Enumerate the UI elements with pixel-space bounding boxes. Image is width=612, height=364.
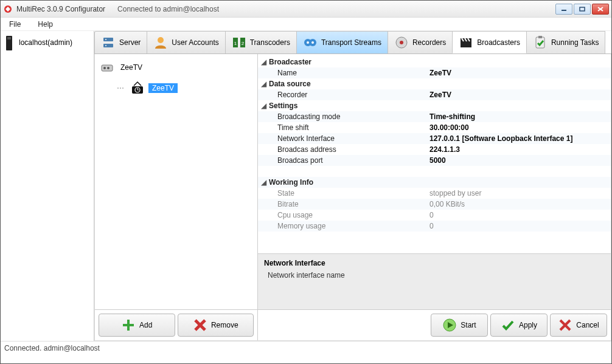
svg-rect-7 [103, 38, 113, 41]
property-grid[interactable]: ◢Broadcaster NameZeeTV ◢Data source Reco… [258, 54, 611, 253]
prop-name-val[interactable]: ZeeTV [426, 69, 611, 77]
tree-root[interactable]: ZeeTV [100, 59, 252, 76]
svg-rect-37 [123, 324, 134, 326]
remove-button[interactable]: Remove [178, 314, 254, 337]
prop-name-label: Name [269, 69, 426, 77]
apply-button[interactable]: Apply [490, 314, 548, 337]
tab-running-tasks[interactable]: Running Tasks [526, 31, 606, 53]
tree-root-label: ZeeTV [118, 63, 145, 72]
window-connection-text: Connected to admin@localhost [117, 5, 219, 13]
close-button[interactable] [592, 4, 609, 15]
tab-transcoders-label: Transcoders [250, 38, 290, 47]
start-button[interactable]: Start [431, 314, 488, 337]
check-icon [501, 318, 515, 332]
svg-rect-22 [461, 41, 471, 47]
tab-broadcasters[interactable]: Broadcasters [452, 31, 527, 53]
svg-point-11 [158, 37, 164, 43]
menu-help[interactable]: Help [34, 19, 57, 30]
tab-server[interactable]: Server [94, 31, 147, 53]
tab-transport-streams[interactable]: Transport Streams [296, 31, 388, 53]
prop-shift-label: Time shift [269, 123, 426, 132]
prop-iface-val[interactable]: 127.0.0.1 [Software Loopback Interface 1… [426, 134, 611, 143]
minimize-button[interactable] [555, 4, 572, 15]
prop-iface-label: Network Interface [269, 134, 426, 143]
prop-mode-label: Broadcasting mode [269, 112, 426, 121]
cancel-icon [558, 318, 572, 332]
tab-users-label: User Accounts [172, 38, 218, 47]
prop-shift-val[interactable]: 30.00:00:00 [426, 123, 611, 132]
svg-point-9 [105, 39, 106, 40]
clipboard-check-icon [533, 35, 548, 50]
prop-port-val[interactable]: 5000 [426, 156, 611, 165]
menu-bar: File Help [1, 18, 611, 31]
desc-body: Network interface name [264, 271, 605, 280]
cat-settings: Settings [269, 101, 426, 110]
cancel-button-label: Cancel [576, 321, 599, 329]
prop-bitrate-label: Bitrate [269, 200, 426, 208]
desc-title: Network Interface [264, 259, 605, 267]
tab-recorders[interactable]: Recorders [388, 31, 453, 53]
svg-rect-27 [536, 37, 544, 48]
status-bar: Connected. admin@localhost [1, 341, 611, 354]
svg-point-31 [107, 67, 110, 69]
tab-strip: Server User Accounts 12 Transcoders Tran… [94, 31, 611, 54]
prop-state-val: stopped by user [426, 189, 611, 197]
broadcaster-tree[interactable]: ZeeTV ⋯ ZeeTV [95, 54, 257, 309]
prop-addr-val[interactable]: 224.1.1.3 [426, 145, 611, 154]
menu-file[interactable]: File [5, 19, 24, 30]
prop-bitrate-val: 0,00 KBit/s [426, 200, 611, 208]
svg-rect-2 [580, 7, 585, 11]
user-icon [153, 35, 168, 50]
cat-working: Working Info [269, 178, 426, 187]
host-pane: localhost(admin) [1, 31, 94, 341]
tab-transcoders[interactable]: 12 Transcoders [225, 31, 297, 53]
tab-tasks-label: Running Tasks [551, 38, 599, 47]
tab-transport-label: Transport Streams [321, 38, 381, 47]
tab-recorders-label: Recorders [412, 38, 446, 47]
svg-point-30 [103, 67, 106, 69]
window-title: MultiRec 3.0.9 Configurator [16, 5, 105, 13]
svg-text:2: 2 [241, 41, 244, 46]
maximize-button[interactable] [574, 4, 591, 15]
prop-state-label: State [269, 189, 426, 197]
broadcaster-tree-pane: ZeeTV ⋯ ZeeTV Add Remove [95, 54, 258, 340]
prop-port-label: Broadcas port [269, 156, 426, 165]
host-item[interactable]: localhost(admin) [1, 31, 94, 54]
device-icon [100, 60, 114, 75]
prop-recorder-val[interactable]: ZeeTV [426, 91, 611, 99]
cancel-button[interactable]: Cancel [550, 314, 607, 337]
disc-icon [394, 35, 409, 50]
clapper-icon [459, 35, 473, 50]
cat-datasource: Data source [269, 80, 426, 88]
prop-mode-val[interactable]: Time-shifting [426, 112, 611, 121]
tree-branch-icon: ⋯ [117, 84, 124, 92]
add-button[interactable]: Add [99, 314, 175, 337]
x-icon [193, 318, 207, 332]
svg-rect-6 [7, 37, 11, 39]
host-label: localhost(admin) [19, 38, 72, 47]
server-icon [101, 35, 116, 50]
property-pane: ◢Broadcaster NameZeeTV ◢Data source Reco… [258, 54, 611, 340]
svg-rect-28 [538, 36, 542, 38]
broadcast-clock-icon [130, 81, 145, 95]
svg-rect-8 [103, 44, 113, 47]
tab-user-accounts[interactable]: User Accounts [147, 31, 225, 53]
prop-mem-label: Memory usage [269, 222, 426, 230]
prop-cpu-label: Cpu usage [269, 211, 426, 219]
svg-point-21 [400, 41, 403, 44]
svg-point-10 [105, 45, 106, 46]
tree-child-selected[interactable]: ⋯ ZeeTV [117, 80, 252, 97]
tab-server-label: Server [119, 38, 141, 47]
play-icon [442, 318, 457, 332]
plus-icon [121, 318, 136, 332]
prop-recorder-label: Recorder [269, 91, 426, 99]
tree-child-label: ZeeTV [148, 83, 178, 93]
prop-mem-val: 0 [426, 222, 611, 230]
transcoder-icon: 12 [232, 35, 246, 50]
title-bar: MultiRec 3.0.9 Configurator Connected to… [1, 1, 611, 18]
prop-cpu-val: 0 [426, 211, 611, 219]
svg-point-19 [311, 41, 314, 44]
add-button-label: Add [139, 321, 152, 329]
description-panel: Network Interface Network interface name [258, 253, 611, 309]
start-button-label: Start [461, 321, 476, 329]
